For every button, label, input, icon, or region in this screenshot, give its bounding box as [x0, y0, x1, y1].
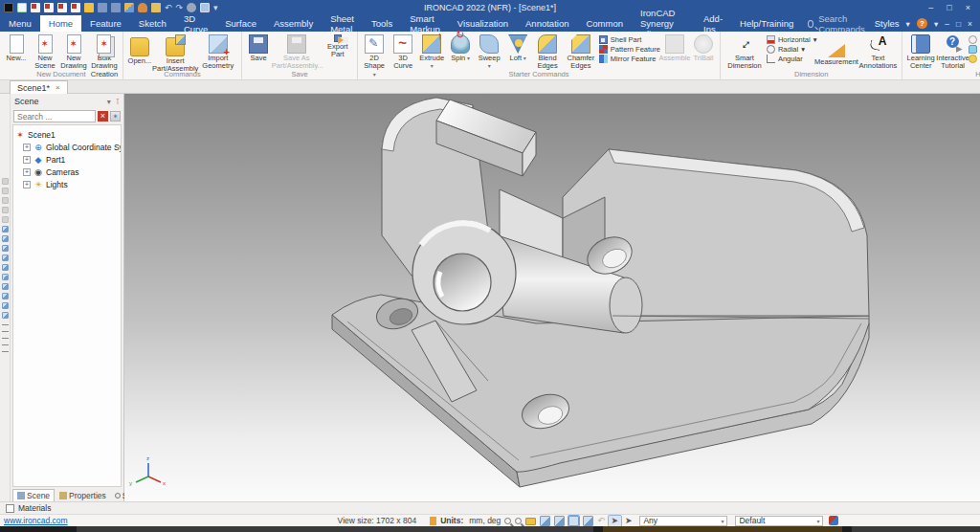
rail-view-icon[interactable] — [2, 302, 9, 309]
smart-dimension-button[interactable]: Smart Dimension — [723, 33, 767, 70]
maximize-button[interactable]: □ — [947, 3, 951, 12]
scene-search-input[interactable] — [13, 110, 96, 122]
selection-filter-dropdown[interactable]: Any ▾ — [639, 516, 727, 526]
redo-icon[interactable]: ↷ — [176, 3, 184, 12]
expander-icon[interactable]: + — [23, 181, 31, 188]
tab-home[interactable]: Home — [40, 15, 81, 32]
select-pointer-icon[interactable]: ➤ — [609, 516, 621, 526]
render-config-dropdown[interactable]: Default ▾ — [735, 516, 823, 526]
viewport[interactable]: z x y — [124, 94, 980, 501]
minimize-button[interactable]: – — [928, 3, 933, 12]
save-icon[interactable] — [98, 3, 107, 12]
zoom-icon[interactable] — [504, 518, 511, 524]
styles-caret-icon[interactable]: ▾ — [906, 19, 910, 29]
rail-view-icon[interactable] — [2, 274, 9, 280]
qat-dropdown-icon[interactable]: ▾ — [213, 3, 218, 12]
tree-item-part1[interactable]: + ◆ Part1 — [15, 153, 119, 166]
tree-item-global-coordinate-system[interactable]: + ⊕ Global Coordinate System — [15, 141, 119, 153]
new-button[interactable]: New... — [2, 33, 31, 70]
doc-close-button[interactable]: × — [968, 19, 972, 29]
zoom-window-icon[interactable] — [515, 518, 522, 524]
rail-tool-icon[interactable] — [2, 207, 9, 213]
help-caret-icon[interactable]: ▾ — [934, 19, 938, 29]
rail-view-icon[interactable] — [2, 264, 9, 271]
tab-properties[interactable]: Properties — [56, 489, 110, 501]
rail-tool-icon[interactable] — [2, 188, 9, 194]
boss-bore[interactable] — [434, 254, 491, 311]
new-doc-icon[interactable] — [17, 3, 27, 12]
shell-part-button[interactable]: Shell Part — [599, 35, 660, 44]
doc-tab-close-icon[interactable]: × — [56, 83, 60, 92]
measurement-button[interactable]: Measurement — [816, 33, 856, 70]
materials-bar[interactable]: Materials — [0, 501, 980, 514]
units-setup-icon[interactable] — [200, 3, 210, 12]
sweep-button[interactable]: Sweep — [475, 33, 503, 70]
whats-new-button[interactable]: What's New — [969, 55, 980, 63]
interactive-tutorial-button[interactable]: Interactive Tutorial — [937, 33, 969, 70]
rail-view-icon[interactable] — [2, 235, 9, 242]
pattern-feature-button[interactable]: Pattern Feature — [599, 45, 660, 54]
notify-icon[interactable] — [138, 3, 147, 12]
rail-view-icon[interactable] — [2, 293, 9, 299]
rail-view-icon[interactable] — [2, 226, 9, 233]
tab-surface[interactable]: Surface — [216, 15, 265, 32]
expander-icon[interactable]: + — [23, 144, 31, 151]
tab-sketch[interactable]: Sketch — [130, 15, 175, 32]
insert-part-assembly-button[interactable]: Insert Part/Assembly — [154, 33, 197, 70]
expander-icon[interactable]: + — [23, 156, 31, 164]
help-topics-button[interactable]: Help Topics... — [969, 35, 980, 44]
scene-document-tab[interactable]: Scene1* × — [10, 80, 68, 94]
new-drawing-button[interactable]: New Drawing — [59, 33, 88, 70]
ironcad-link[interactable]: www.ironcad.com — [4, 516, 68, 525]
loft-button[interactable]: Loft — [503, 33, 532, 70]
select-mode-icon[interactable]: ➤ — [625, 516, 633, 526]
rail-view-icon[interactable] — [2, 255, 9, 261]
new-scene-button[interactable]: New Scene — [31, 33, 59, 70]
undo-icon[interactable]: ↶ — [165, 3, 172, 12]
units-value[interactable]: mm, deg — [469, 516, 501, 525]
tab-menu[interactable]: Menu — [0, 15, 40, 32]
close-button[interactable]: × — [966, 3, 970, 12]
text-annotations-button[interactable]: Text Annotations — [856, 33, 900, 70]
angular-dimension-button[interactable]: Angular — [767, 55, 817, 63]
extrude-button[interactable]: Extrude — [417, 33, 446, 70]
view-orientation-icon[interactable] — [540, 516, 550, 526]
filter-user-icon[interactable]: ✶ — [110, 111, 121, 122]
clear-search-icon[interactable]: × — [98, 111, 108, 122]
rail-tool-icon[interactable] — [2, 197, 9, 204]
bulk-drawing-creation-button[interactable]: Bulk Drawing Creation — [88, 33, 121, 70]
open-button[interactable]: Open... — [125, 33, 154, 70]
rail-dimension-icon[interactable] — [2, 335, 9, 339]
3d-model[interactable]: z x y — [124, 94, 980, 501]
bulk-drawing-icon[interactable] — [57, 3, 67, 12]
mirror-feature-button[interactable]: Mirror Feature — [599, 55, 660, 63]
styles-dropdown[interactable]: Styles — [875, 18, 900, 29]
sphere-icon[interactable] — [187, 3, 196, 12]
tab-tools[interactable]: Tools — [363, 15, 401, 32]
display-mode-icon[interactable] — [583, 516, 593, 526]
open-icon[interactable] — [84, 3, 94, 12]
tree-item-lights[interactable]: + ☀ Lights — [15, 178, 119, 190]
learning-center-button[interactable]: Learning Center — [904, 33, 937, 70]
tab-sheet-metal[interactable]: Sheet Metal — [322, 15, 363, 32]
tab-synergy-client[interactable]: IronCAD Synergy Client — [632, 15, 695, 32]
render-icon[interactable] — [124, 3, 134, 12]
blend-edges-button[interactable]: Blend Edges — [532, 33, 563, 70]
new-drawing-icon[interactable] — [44, 3, 54, 12]
render-mode-icon[interactable] — [568, 516, 579, 526]
tab-annotation[interactable]: Annotation — [517, 15, 577, 32]
help-tutorials-button[interactable]: Help Tutorials — [969, 45, 980, 54]
new-part-icon[interactable] — [71, 3, 80, 12]
rail-view-icon[interactable] — [2, 245, 9, 252]
help-icon[interactable]: ? — [917, 18, 927, 29]
tab-feature[interactable]: Feature — [81, 15, 130, 32]
expander-icon[interactable]: + — [23, 168, 31, 176]
rail-tool-icon[interactable] — [2, 178, 9, 185]
tab-scene[interactable]: Scene — [12, 489, 55, 501]
collaboration-icon[interactable] — [829, 516, 838, 525]
doc-restore-button[interactable]: □ — [956, 19, 961, 29]
panel-pin-icon[interactable]: ⊺ — [116, 98, 120, 106]
rail-tool-icon[interactable] — [2, 216, 9, 223]
import-geometry-button[interactable]: Import Geometry — [197, 33, 240, 70]
publish-icon[interactable] — [151, 3, 161, 12]
